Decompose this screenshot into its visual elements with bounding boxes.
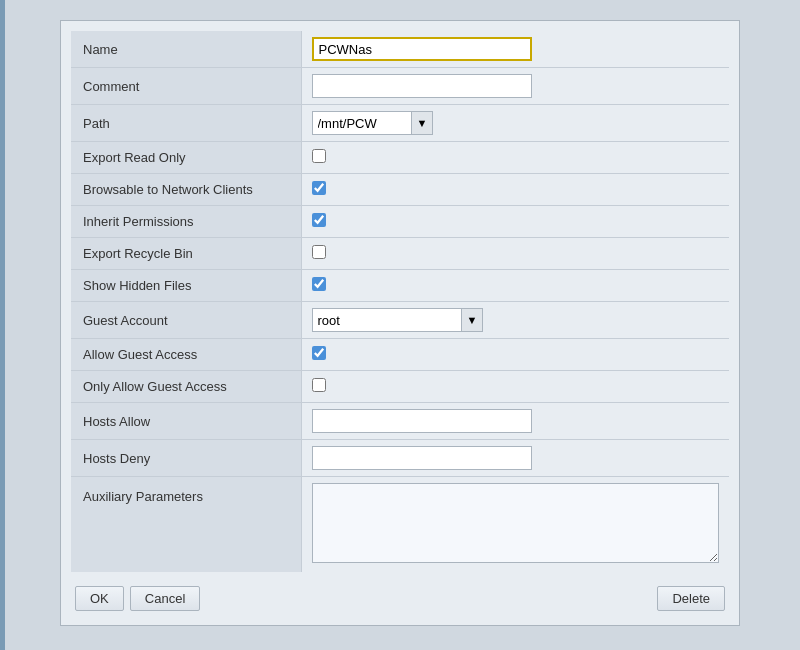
show-hidden-files-checkbox[interactable]	[312, 277, 326, 291]
auxiliary-parameters-row: Auxiliary Parameters	[71, 477, 729, 573]
browsable-label: Browsable to Network Clients	[71, 174, 301, 206]
path-input[interactable]	[312, 111, 412, 135]
path-value-cell: ▼	[301, 105, 729, 142]
comment-input[interactable]	[312, 74, 532, 98]
guest-account-row: Guest Account ▼	[71, 302, 729, 339]
path-row: Path ▼	[71, 105, 729, 142]
guest-account-wrapper: ▼	[312, 308, 720, 332]
ok-button[interactable]: OK	[75, 586, 124, 611]
path-dropdown-arrow: ▼	[417, 117, 428, 129]
export-recycle-bin-checkbox[interactable]	[312, 245, 326, 259]
path-dropdown-button[interactable]: ▼	[412, 111, 434, 135]
inherit-permissions-checkbox[interactable]	[312, 213, 326, 227]
hosts-allow-label: Hosts Allow	[71, 403, 301, 440]
path-select-wrapper: ▼	[312, 111, 720, 135]
cancel-button[interactable]: Cancel	[130, 586, 200, 611]
inherit-permissions-value-cell	[301, 206, 729, 238]
comment-row: Comment	[71, 68, 729, 105]
name-value-cell	[301, 31, 729, 68]
allow-guest-access-value-cell	[301, 339, 729, 371]
comment-label: Comment	[71, 68, 301, 105]
auxiliary-parameters-textarea[interactable]	[312, 483, 720, 563]
hosts-deny-value-cell	[301, 440, 729, 477]
export-recycle-bin-label: Export Recycle Bin	[71, 238, 301, 270]
allow-guest-access-label: Allow Guest Access	[71, 339, 301, 371]
auxiliary-parameters-value-cell	[301, 477, 729, 573]
auxiliary-parameters-label: Auxiliary Parameters	[71, 477, 301, 573]
browsable-checkbox[interactable]	[312, 181, 326, 195]
inherit-permissions-label: Inherit Permissions	[71, 206, 301, 238]
name-input[interactable]	[312, 37, 532, 61]
export-read-only-checkbox[interactable]	[312, 149, 326, 163]
guest-account-input[interactable]	[312, 308, 462, 332]
only-allow-guest-access-checkbox[interactable]	[312, 378, 326, 392]
guest-account-dropdown-arrow: ▼	[467, 314, 478, 326]
left-buttons: OK Cancel	[75, 586, 200, 611]
hosts-allow-input[interactable]	[312, 409, 532, 433]
hosts-deny-input[interactable]	[312, 446, 532, 470]
allow-guest-access-checkbox[interactable]	[312, 346, 326, 360]
guest-account-value-cell: ▼	[301, 302, 729, 339]
browsable-row: Browsable to Network Clients	[71, 174, 729, 206]
export-read-only-value-cell	[301, 142, 729, 174]
name-label: Name	[71, 31, 301, 68]
form-container: Name Comment Path ▼	[60, 20, 740, 626]
inherit-permissions-row: Inherit Permissions	[71, 206, 729, 238]
button-row: OK Cancel Delete	[71, 578, 729, 615]
delete-button[interactable]: Delete	[657, 586, 725, 611]
hosts-allow-row: Hosts Allow	[71, 403, 729, 440]
hosts-deny-label: Hosts Deny	[71, 440, 301, 477]
show-hidden-files-label: Show Hidden Files	[71, 270, 301, 302]
name-row: Name	[71, 31, 729, 68]
only-allow-guest-access-label: Only Allow Guest Access	[71, 371, 301, 403]
hosts-deny-row: Hosts Deny	[71, 440, 729, 477]
export-read-only-row: Export Read Only	[71, 142, 729, 174]
allow-guest-access-row: Allow Guest Access	[71, 339, 729, 371]
guest-account-dropdown-button[interactable]: ▼	[462, 308, 484, 332]
only-allow-guest-access-row: Only Allow Guest Access	[71, 371, 729, 403]
settings-table: Name Comment Path ▼	[71, 31, 729, 572]
comment-value-cell	[301, 68, 729, 105]
show-hidden-files-row: Show Hidden Files	[71, 270, 729, 302]
export-recycle-bin-value-cell	[301, 238, 729, 270]
hosts-allow-value-cell	[301, 403, 729, 440]
guest-account-label: Guest Account	[71, 302, 301, 339]
path-label: Path	[71, 105, 301, 142]
export-recycle-bin-row: Export Recycle Bin	[71, 238, 729, 270]
browsable-value-cell	[301, 174, 729, 206]
only-allow-guest-access-value-cell	[301, 371, 729, 403]
export-read-only-label: Export Read Only	[71, 142, 301, 174]
show-hidden-files-value-cell	[301, 270, 729, 302]
